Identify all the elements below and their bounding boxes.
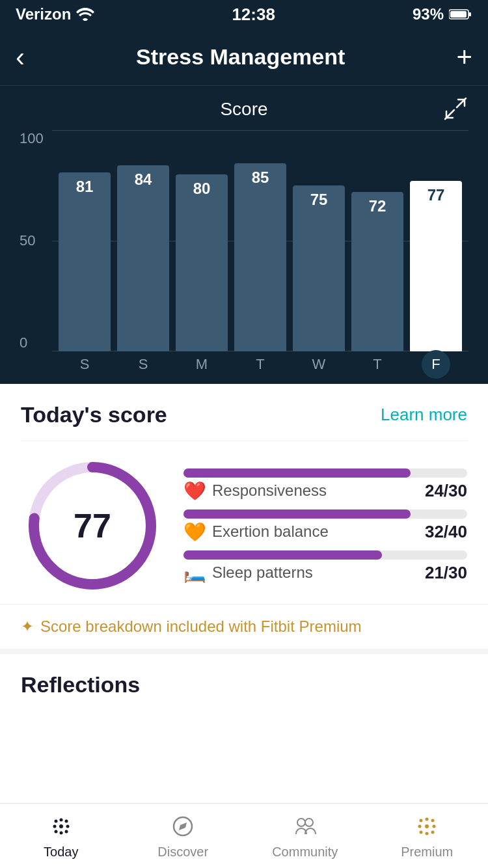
nav-item-label-premium: Premium [401, 845, 453, 860]
metric-bar-fill [183, 509, 411, 519]
nav-item-label-today: Today [44, 845, 78, 860]
svg-point-12 [59, 832, 62, 835]
metric-score: 32/40 [425, 522, 467, 542]
x-label-wrap: M [176, 351, 228, 377]
x-label: S [59, 356, 111, 373]
svg-point-5 [59, 824, 63, 828]
metric-name: Sleep patterns [212, 563, 417, 582]
chart-y-labels: 100 50 0 [20, 130, 47, 351]
bar-value: 72 [369, 192, 386, 215]
todays-score-title: Today's score [21, 402, 167, 427]
wifi-icon [76, 8, 94, 21]
chart-header: Score [20, 99, 468, 120]
x-label-wrap: S [117, 351, 169, 377]
y-label-50: 50 [20, 232, 44, 249]
metric-bar-container [183, 468, 467, 478]
expand-button[interactable] [442, 96, 468, 124]
metric-section: 🛏️Sleep patterns21/30 [183, 550, 467, 584]
y-label-0: 0 [20, 334, 44, 351]
bar-f-6[interactable]: 77 [410, 181, 462, 351]
bar-wrapper: 81 [59, 130, 111, 351]
chart-area: 100 50 0 81848085757277 SSMTWTF [20, 130, 468, 377]
svg-point-26 [426, 832, 429, 835]
bar-wrapper: 85 [234, 130, 286, 351]
svg-point-23 [418, 825, 422, 828]
svg-point-6 [54, 820, 57, 823]
x-label-wrap: F [410, 351, 462, 377]
bottom-nav: TodayDiscoverCommunityPremium [0, 803, 488, 868]
bar-m-2[interactable]: 80 [176, 174, 228, 351]
reflections-section: Reflections [0, 649, 488, 708]
carrier-label: Verizon [16, 5, 71, 23]
metric-score: 21/30 [425, 563, 467, 583]
svg-point-27 [431, 831, 435, 834]
bar-value: 77 [427, 181, 445, 204]
battery-icon [449, 8, 472, 20]
metric-row: 🛏️Sleep patterns21/30 [183, 562, 467, 584]
svg-point-22 [431, 819, 435, 822]
add-button[interactable]: + [456, 44, 472, 71]
nav-item-label-discover: Discover [157, 845, 208, 860]
bar-wrapper: 75 [293, 130, 345, 351]
community-icon [291, 812, 319, 841]
status-right: 93% [413, 5, 472, 23]
svg-point-13 [64, 830, 68, 834]
battery-label: 93% [413, 5, 444, 23]
metric-row: ❤️Responsiveness24/30 [183, 480, 467, 502]
svg-point-24 [433, 825, 436, 828]
discover-icon [169, 812, 197, 841]
bar-t-5[interactable]: 72 [351, 192, 403, 351]
svg-point-20 [420, 819, 423, 822]
back-button[interactable]: ‹ [16, 44, 25, 71]
metric-score: 24/30 [425, 481, 467, 501]
svg-point-21 [426, 818, 429, 821]
svg-point-25 [420, 831, 423, 834]
svg-marker-15 [179, 822, 187, 830]
svg-point-7 [59, 819, 62, 822]
bar-s-0[interactable]: 81 [59, 172, 111, 351]
nav-bar: ‹ Stress Management + [0, 29, 488, 86]
bar-t-3[interactable]: 85 [234, 163, 286, 351]
nav-item-today[interactable]: Today [0, 812, 122, 860]
bar-value: 84 [135, 165, 152, 189]
bar-s-1[interactable]: 84 [117, 165, 169, 351]
svg-rect-2 [450, 11, 467, 18]
bar-value: 85 [252, 163, 269, 187]
svg-point-9 [53, 825, 56, 828]
nav-item-discover[interactable]: Discover [122, 812, 245, 860]
status-bar: Verizon 12:38 93% [0, 0, 488, 29]
chart-title: Score [220, 99, 267, 120]
bar-value: 75 [310, 185, 328, 209]
x-label: S [117, 356, 169, 373]
score-display: 77 ❤️Responsiveness24/30🧡Exertion balanc… [0, 441, 488, 604]
metric-icon: ❤️ [183, 480, 204, 502]
svg-rect-1 [468, 12, 471, 16]
learn-more-button[interactable]: Learn more [381, 405, 467, 425]
expand-icon [442, 96, 468, 122]
x-labels: SSMTWTF [52, 351, 468, 377]
nav-item-premium[interactable]: Premium [366, 812, 489, 860]
premium-icon: ✦ [21, 617, 34, 636]
metric-icon: 🛏️ [183, 562, 204, 584]
chart-section: Score 100 50 0 81848085757277 SSMTWTF [0, 86, 488, 384]
nav-item-community[interactable]: Community [244, 812, 366, 860]
premium-icon [413, 812, 441, 841]
bar-w-4[interactable]: 75 [293, 185, 345, 351]
active-day-badge: F [422, 350, 450, 379]
bar-value: 80 [193, 174, 211, 198]
y-label-100: 100 [20, 130, 44, 147]
x-label-wrap: T [351, 351, 403, 377]
score-breakdown: ❤️Responsiveness24/30🧡Exertion balance32… [183, 468, 467, 584]
reflections-title: Reflections [21, 672, 140, 697]
bar-wrapper: 84 [117, 130, 169, 351]
premium-message: Score breakdown included with Fitbit Pre… [40, 617, 362, 636]
premium-text: ✦ Score breakdown included with Fitbit P… [21, 617, 467, 636]
svg-point-17 [305, 819, 313, 826]
metric-bar-container [183, 550, 467, 560]
x-label: W [293, 356, 345, 373]
svg-point-16 [297, 819, 305, 826]
today-icon [47, 812, 75, 841]
bar-wrapper: 80 [176, 130, 228, 351]
bar-value: 81 [76, 172, 94, 196]
metric-bar-fill [183, 550, 382, 560]
